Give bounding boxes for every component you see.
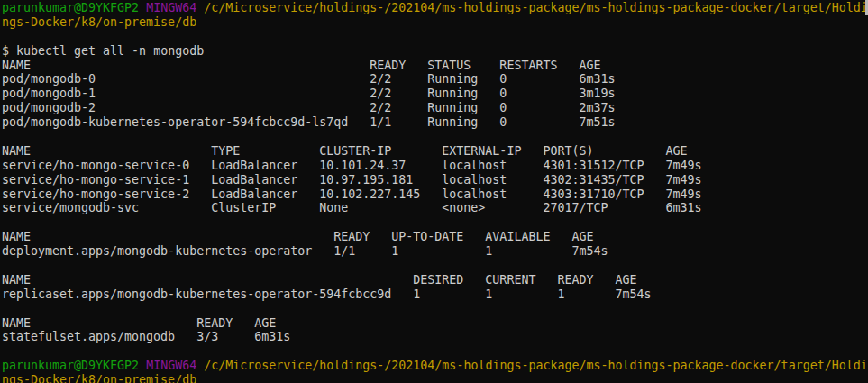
- deployments-table: NAME READY UP-TO-DATE AVAILABLE AGEdeplo…: [2, 230, 868, 259]
- prompt-path: /c/Microservice/holdings-/202104/ms-hold…: [204, 359, 868, 372]
- table-row: pod/mongodb-kubernetes-operator-594fcbcc…: [2, 115, 868, 130]
- statefulsets-table: NAME READY AGEstatefulset.apps/mongodb 3…: [2, 316, 868, 345]
- table-row: service/ho-mongo-service-1 LoadBalancer …: [2, 173, 868, 187]
- prompt-symbol: $: [2, 44, 9, 58]
- pods-table: NAME READY STATUS RESTARTS AGEpod/mongod…: [2, 59, 868, 130]
- replicasets-table: NAME DESIRED CURRENT READY AGEreplicaset…: [2, 273, 868, 302]
- table-row: service/mongodb-svc ClusterIP None <none…: [2, 201, 868, 215]
- prompt-user-host: parunkumar@D9YKFGP2: [2, 359, 139, 372]
- services-table: NAME TYPE CLUSTER-IP EXTERNAL-IP PORT(S)…: [2, 144, 868, 215]
- prompt-line: parunkumar@D9YKFGP2 MINGW64 /c/Microserv…: [2, 359, 868, 373]
- table-row: replicaset.apps/mongodb-kubernetes-opera…: [2, 287, 868, 302]
- table-row: service/ho-mongo-service-0 LoadBalancer …: [2, 159, 868, 173]
- prompt-platform: MINGW64: [146, 359, 196, 372]
- prompt-block-bottom: parunkumar@D9YKFGP2 MINGW64 /c/Microserv…: [2, 359, 868, 383]
- table-header-line: NAME READY STATUS RESTARTS AGE: [2, 59, 868, 73]
- table-row: pod/mongodb-2 2/2 Running 0 2m37s: [2, 101, 868, 115]
- prompt-path-continued: ngs-Docker/k8/on-premise/db: [2, 373, 196, 383]
- table-row: pod/mongodb-0 2/2 Running 0 6m31s: [2, 72, 868, 87]
- table-row: service/ho-mongo-service-2 LoadBalancer …: [2, 187, 868, 202]
- prompt-user-host: parunkumar@D9YKFGP2: [2, 1, 139, 14]
- table-header-line: NAME DESIRED CURRENT READY AGE: [2, 273, 868, 287]
- command-line: $ kubectl get all -n mongodb: [2, 44, 868, 59]
- prompt-path-wrap-line: ngs-Docker/k8/on-premise/db: [2, 373, 868, 383]
- command-text: kubectl get all -n mongodb: [16, 44, 204, 58]
- prompt-platform: MINGW64: [146, 1, 196, 14]
- prompt-path: /c/Microservice/holdings-/202104/ms-hold…: [204, 1, 868, 14]
- table-header-line: NAME TYPE CLUSTER-IP EXTERNAL-IP PORT(S)…: [2, 144, 868, 159]
- prompt-path-continued: ngs-Docker/k8/on-premise/db: [2, 15, 196, 29]
- table-row: statefulset.apps/mongodb 3/3 6m31s: [2, 330, 868, 344]
- prompt-block-top: parunkumar@D9YKFGP2 MINGW64 /c/Microserv…: [2, 1, 868, 30]
- terminal-window[interactable]: parunkumar@D9YKFGP2 MINGW64 /c/Microserv…: [0, 0, 868, 383]
- prompt-line: parunkumar@D9YKFGP2 MINGW64 /c/Microserv…: [2, 1, 868, 15]
- prompt-path-wrap-line: ngs-Docker/k8/on-premise/db: [2, 15, 868, 30]
- table-row: pod/mongodb-1 2/2 Running 0 3m19s: [2, 87, 868, 101]
- table-row: deployment.apps/mongodb-kubernetes-opera…: [2, 244, 868, 259]
- table-header-line: NAME READY AGE: [2, 316, 868, 331]
- table-header-line: NAME READY UP-TO-DATE AVAILABLE AGE: [2, 230, 868, 244]
